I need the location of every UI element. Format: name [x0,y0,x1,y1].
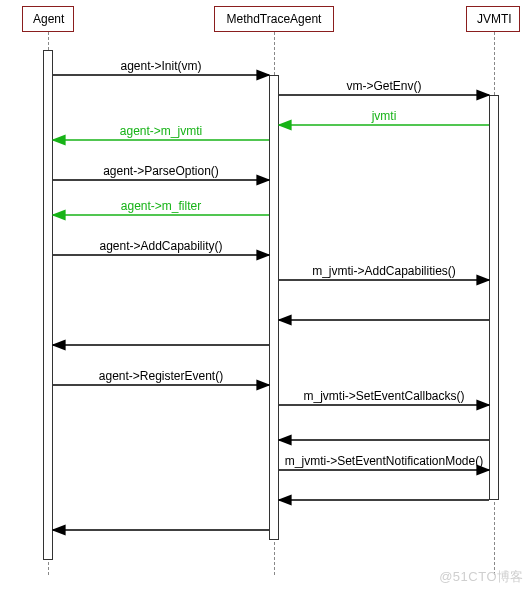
message-label: m_jvmti->SetEventCallbacks() [279,389,489,403]
activation-mta [269,75,279,540]
message-label: agent->RegisterEvent() [53,369,269,383]
participant-mta-label: MethdTraceAgent [227,12,322,26]
participant-agent: Agent [22,6,74,32]
participant-mta: MethdTraceAgent [214,6,334,32]
message-label: agent->Init(vm) [53,59,269,73]
participant-jvmti-label: JVMTI [477,12,512,26]
message-label: m_jvmti->SetEventNotificationMode() [279,454,489,468]
activation-jvmti [489,95,499,500]
message-label: agent->m_filter [53,199,269,213]
activation-agent [43,50,53,560]
watermark: @51CTO博客 [439,568,524,586]
message-label: agent->m_jvmti [53,124,269,138]
message-label: jvmti [279,109,489,123]
message-label: agent->AddCapability() [53,239,269,253]
message-label: agent->ParseOption() [53,164,269,178]
message-label: m_jvmti->AddCapabilities() [279,264,489,278]
participant-jvmti: JVMTI [466,6,520,32]
participant-agent-label: Agent [33,12,64,26]
message-label: vm->GetEnv() [279,79,489,93]
